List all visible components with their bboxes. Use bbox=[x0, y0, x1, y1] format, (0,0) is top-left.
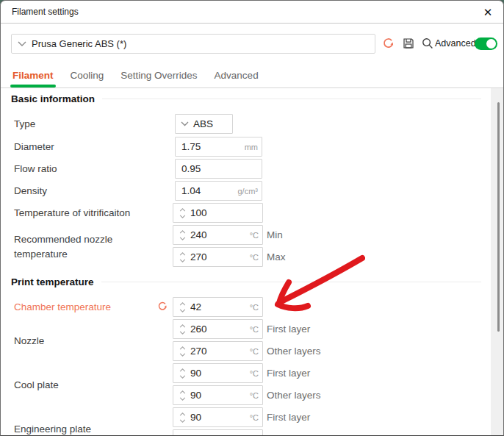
spin-down-button[interactable] bbox=[179, 331, 186, 335]
flow-ratio-input[interactable] bbox=[181, 163, 233, 174]
vitrification-field bbox=[173, 203, 263, 223]
spin-up-button[interactable] bbox=[179, 390, 186, 394]
recommended-nozzle-max-input[interactable] bbox=[190, 251, 242, 262]
diameter-label: Diameter bbox=[14, 141, 54, 152]
diameter-unit: mm bbox=[245, 143, 258, 151]
spinner bbox=[176, 321, 188, 338]
preset-value: Prusa Generic ABS (*) bbox=[32, 38, 126, 49]
cool-plate-first-layer-field: °C bbox=[173, 363, 263, 383]
reset-icon[interactable] bbox=[382, 37, 395, 50]
spinner bbox=[176, 365, 188, 382]
spin-up-button[interactable] bbox=[179, 324, 186, 328]
density-unit: g/cm³ bbox=[238, 187, 259, 196]
vitrification-label: Temperature of vitrificaiton bbox=[14, 207, 130, 218]
spin-up-button[interactable] bbox=[179, 230, 186, 234]
chamber-temperature-label: Chamber temperature bbox=[14, 301, 111, 312]
min-suffix: Min bbox=[267, 229, 283, 240]
recommended-nozzle-min-input[interactable] bbox=[190, 229, 242, 240]
settings-tab-bar: Filament Cooling Setting Overrides Advan… bbox=[1, 64, 503, 88]
spin-down-button[interactable] bbox=[179, 375, 186, 379]
tab-filament[interactable]: Filament bbox=[12, 70, 54, 82]
type-value: ABS bbox=[193, 118, 213, 129]
section-basic-information: Basic information bbox=[11, 93, 481, 104]
nozzle-first-layer-input[interactable] bbox=[190, 324, 242, 335]
flow-ratio-field bbox=[175, 159, 262, 179]
recommended-nozzle-max-field: °C bbox=[173, 247, 263, 267]
chamber-temperature-field: °C bbox=[173, 297, 263, 317]
spinner bbox=[176, 409, 188, 426]
chamber-temperature-input[interactable] bbox=[190, 301, 242, 312]
cool-plate-other-layers-input[interactable] bbox=[190, 390, 242, 401]
scrollbar-thumb[interactable] bbox=[497, 102, 500, 332]
advanced-mode-toggle[interactable] bbox=[475, 37, 497, 50]
recommended-nozzle-min-field: °C bbox=[173, 225, 263, 245]
chevron-down-icon bbox=[181, 121, 189, 126]
spinner bbox=[176, 299, 188, 316]
tab-cooling[interactable]: Cooling bbox=[71, 70, 104, 82]
filament-settings-panel: Basic information Type ABS Diameter mm F… bbox=[1, 88, 492, 436]
spinner bbox=[176, 343, 188, 360]
search-icon[interactable] bbox=[421, 37, 434, 50]
tab-advanced[interactable]: Advanced bbox=[215, 70, 259, 82]
density-label: Density bbox=[14, 185, 47, 196]
close-icon[interactable]: ✕ bbox=[478, 3, 497, 22]
spin-up-button[interactable] bbox=[179, 368, 186, 372]
spin-up-button[interactable] bbox=[179, 346, 186, 350]
engineering-plate-first-layer-input[interactable] bbox=[190, 412, 242, 423]
nozzle-other-layers-input[interactable] bbox=[190, 346, 242, 357]
diameter-input[interactable] bbox=[181, 141, 233, 152]
spin-down-button[interactable] bbox=[179, 259, 186, 262]
spin-down-button[interactable] bbox=[179, 397, 186, 401]
spin-up-button[interactable] bbox=[179, 302, 186, 306]
vitrification-input[interactable] bbox=[190, 207, 242, 218]
spin-down-button[interactable] bbox=[179, 215, 186, 218]
spinner bbox=[176, 387, 188, 404]
engineering-plate-other-layers-field bbox=[173, 429, 263, 436]
spin-down-button[interactable] bbox=[179, 237, 186, 240]
spinner bbox=[176, 431, 188, 436]
preset-combobox[interactable]: Prusa Generic ABS (*) bbox=[11, 34, 375, 54]
spinner bbox=[176, 204, 188, 222]
window-title: Filament settings bbox=[1, 7, 79, 17]
nozzle-other-layers-field: °C bbox=[173, 341, 263, 361]
spin-down-button[interactable] bbox=[179, 353, 186, 357]
reset-icon[interactable] bbox=[157, 301, 168, 312]
nozzle-first-layer-field: °C bbox=[173, 319, 263, 339]
section-print-temperature: Print temperature bbox=[11, 276, 481, 287]
density-field: g/cm³ bbox=[175, 181, 262, 201]
type-label: Type bbox=[14, 118, 35, 129]
spin-up-button[interactable] bbox=[179, 252, 186, 256]
flow-ratio-label: Flow ratio bbox=[14, 163, 57, 174]
spinner bbox=[176, 226, 188, 244]
spinner bbox=[176, 249, 188, 266]
filament-settings-window: Filament settings ✕ Prusa Generic ABS (*… bbox=[0, 0, 504, 436]
cool-plate-first-layer-input[interactable] bbox=[190, 368, 242, 379]
cool-plate-label: Cool plate bbox=[14, 379, 59, 390]
nozzle-label: Nozzle bbox=[14, 335, 44, 346]
engineering-plate-first-layer-field: °C bbox=[173, 407, 263, 427]
spin-down-button[interactable] bbox=[179, 309, 186, 312]
save-icon[interactable] bbox=[402, 37, 415, 50]
max-suffix: Max bbox=[267, 251, 286, 262]
spin-up-button[interactable] bbox=[179, 208, 186, 212]
title-bar: Filament settings ✕ bbox=[1, 1, 503, 24]
spin-up-button[interactable] bbox=[179, 412, 186, 416]
density-input[interactable] bbox=[181, 185, 233, 196]
chevron-down-icon bbox=[18, 41, 26, 46]
tab-setting-overrides[interactable]: Setting Overrides bbox=[120, 70, 197, 82]
cool-plate-other-layers-field: °C bbox=[173, 385, 263, 405]
advanced-mode-label: Advanced bbox=[435, 38, 476, 49]
spin-down-button[interactable] bbox=[179, 419, 186, 423]
diameter-field: mm bbox=[175, 137, 262, 157]
recommended-nozzle-label: Recommended nozzle temperature bbox=[14, 232, 139, 262]
type-dropdown[interactable]: ABS bbox=[175, 114, 233, 134]
engineering-plate-label: Engineering plate bbox=[14, 424, 91, 435]
toggle-knob bbox=[486, 39, 496, 49]
